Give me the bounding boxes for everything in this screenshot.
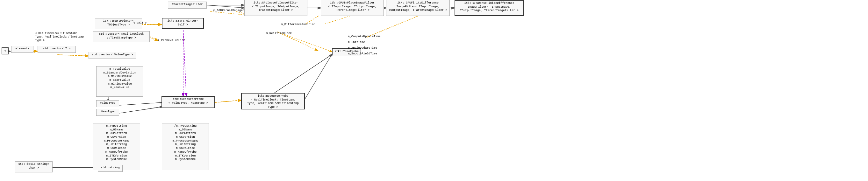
node-stdvector-T: std::vector< T > (38, 46, 76, 53)
label-mDifferenceFunction: m_DifferenceFunction (281, 23, 315, 26)
node-typestring-members2: /m_TypeStringm_OSNamem_OSPlatformm_OSVer… (162, 123, 209, 170)
node-GPUImageToImageFilter: itk::GPUImageToImageFilter< TInputImage,… (244, 0, 307, 16)
node-stdvector-valuetype: std::vector< ValueType > (89, 52, 136, 59)
node-stdbasicstring: std::basic_string<char > (15, 161, 53, 172)
label-mSmoothFieldTime: m_SmoothFieldTime (348, 52, 377, 56)
svg-line-21 (366, 16, 418, 38)
node-T: T (2, 47, 9, 55)
svg-line-35 (273, 54, 333, 94)
svg-line-7 (119, 107, 162, 113)
node-stdvector-realtimeclock: std::vector< RealTimeClock::TimeStampTyp… (93, 31, 150, 42)
node-itkresourceprobe-realtimeclock: itk::ResourceProbe< RealTimeClock::TimeS… (241, 93, 305, 109)
node-typestring-members1: m_TypeStringm_OSNamem_OSPlatformm_OSVers… (93, 123, 140, 170)
svg-line-10 (207, 5, 245, 8)
svg-line-4 (150, 37, 159, 41)
svg-line-32 (119, 107, 162, 113)
node-itksmartpointer-self: itk::SmartPointer<Self > (162, 18, 204, 29)
svg-line-31 (119, 102, 162, 105)
svg-line-8 (215, 100, 242, 102)
svg-line-2 (57, 55, 89, 56)
label-mGPUKernelManager: m_GPUKernelManager (213, 9, 244, 12)
label-mRealTimeClock: m_RealTimeClock (266, 32, 292, 35)
label-mComputeUpdateTime: m_ComputeUpdateTime (348, 35, 381, 38)
node-MeanType: MeanType (96, 109, 119, 116)
label-realtimeclock-type: < RealTimeClock::TimeStampType, RealTime… (35, 32, 84, 42)
svg-line-28 (58, 55, 89, 56)
label-mInitTime: m_InitTime (348, 41, 365, 44)
label-mApplyUpdateTime: m_ApplyUpdateTime (348, 46, 377, 50)
node-elements: elements (11, 46, 33, 53)
node-TParentImageFilter: TParentImageFilter (168, 2, 207, 9)
svg-line-41 (325, 16, 350, 24)
svg-line-34 (215, 100, 242, 102)
svg-line-6 (119, 102, 162, 105)
svg-line-30 (150, 38, 158, 41)
node-value-members: m_TotalValuem_StandardDeviationm_Maximum… (96, 66, 143, 97)
diagram-container: T elements std::vector< T > std::vector<… (0, 0, 868, 181)
node-itkresourceprobe-valuemean: itk::ResourceProbe< ValueType, MeanType … (161, 96, 215, 108)
node-GPUFiniteDifference: itk::GPUFiniteDifferenceImageFilter< TIn… (386, 0, 450, 16)
svg-line-9 (304, 53, 333, 100)
label-mProbeValueList: m_ProbeValueList (158, 39, 185, 42)
label-self: < Self > (133, 22, 147, 25)
node-GPUInPlaceImageFilter: itk::GPUInPlaceImageFilter< TInputImage,… (321, 0, 384, 16)
node-GPUDenseFiniteDifference: itk::GPUDenseFiniteDifferenceImageFilter… (455, 0, 524, 16)
node-ValueType: ValueType (96, 100, 119, 107)
node-stdstring: std::string (98, 165, 123, 172)
svg-line-43 (366, 16, 418, 38)
